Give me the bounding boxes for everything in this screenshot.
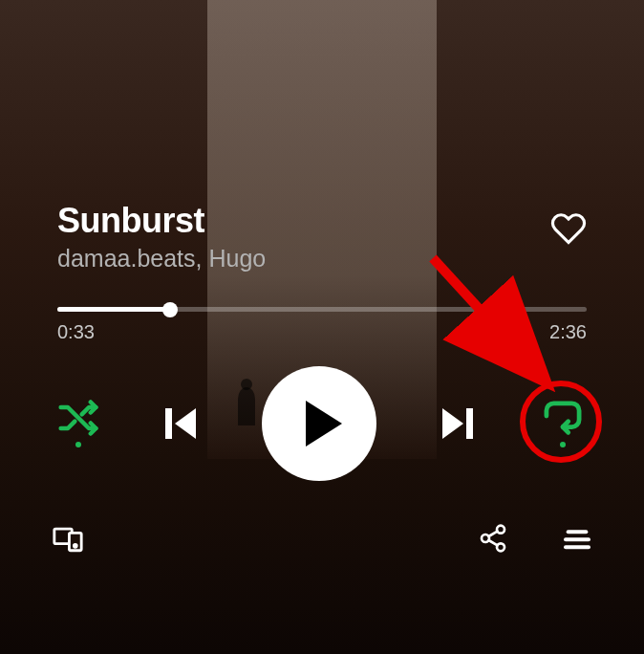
- svg-rect-1: [466, 408, 473, 439]
- heart-icon: [550, 210, 587, 247]
- repeat-button[interactable]: [539, 400, 587, 447]
- next-button[interactable]: [435, 401, 481, 447]
- share-button[interactable]: [478, 523, 508, 557]
- play-icon: [306, 401, 342, 447]
- svg-rect-0: [165, 408, 172, 439]
- svg-line-10: [488, 532, 497, 536]
- seek-bar[interactable]: [57, 307, 587, 312]
- skip-previous-icon: [158, 401, 204, 447]
- skip-next-icon: [435, 401, 481, 447]
- track-title: Sunburst: [57, 201, 266, 241]
- queue-button[interactable]: [562, 523, 592, 557]
- shuffle-active-indicator: [75, 442, 81, 447]
- play-button[interactable]: [262, 366, 376, 481]
- svg-line-11: [488, 540, 497, 545]
- track-artist[interactable]: damaa.beats, Hugo: [57, 245, 266, 272]
- time-duration: 2:36: [549, 321, 587, 343]
- svg-point-6: [74, 544, 76, 547]
- repeat-active-indicator: [560, 442, 566, 447]
- seek-bar-thumb[interactable]: [162, 302, 178, 317]
- share-icon: [478, 523, 508, 554]
- queue-icon: [562, 523, 592, 554]
- devices-button[interactable]: [52, 522, 84, 558]
- devices-icon: [52, 522, 84, 555]
- shuffle-icon: [57, 400, 99, 436]
- shuffle-button[interactable]: [57, 400, 99, 447]
- repeat-icon: [541, 400, 585, 436]
- time-elapsed: 0:33: [57, 321, 95, 343]
- seek-bar-fill: [57, 307, 170, 312]
- previous-button[interactable]: [158, 401, 204, 447]
- like-button[interactable]: [550, 210, 587, 251]
